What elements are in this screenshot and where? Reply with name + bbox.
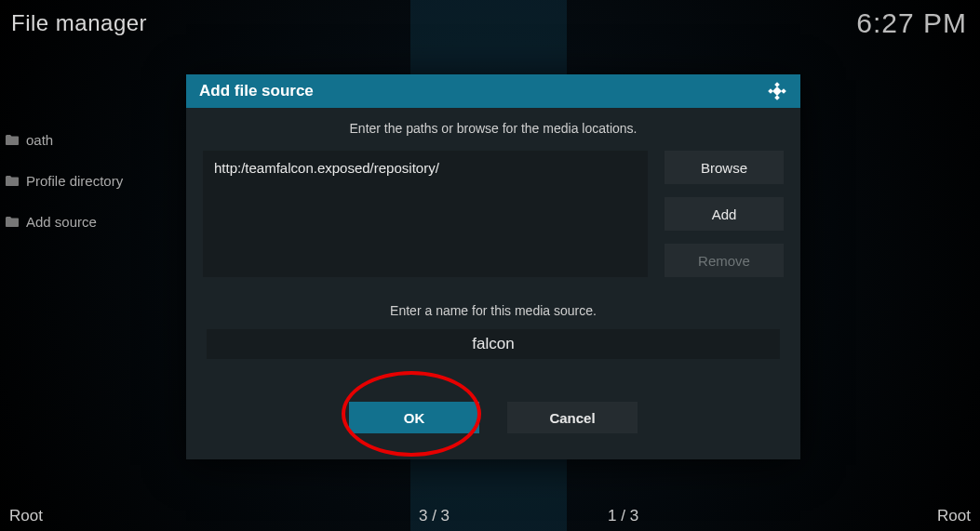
path-value: http:/teamfalcon.exposed/repository/ — [214, 160, 439, 176]
ok-button[interactable]: OK — [349, 402, 479, 433]
footer-right-root: Root — [937, 507, 971, 525]
svg-rect-3 — [781, 88, 786, 94]
sidebar-item-label: Profile directory — [26, 173, 123, 189]
folder-icon — [6, 217, 19, 227]
name-hint-text: Enter a name for this media source. — [203, 303, 784, 318]
remove-button: Remove — [665, 244, 784, 277]
svg-rect-4 — [772, 86, 782, 96]
sidebar-item-label: Add source — [26, 214, 97, 230]
clock: 6:27 PM — [856, 7, 967, 39]
dialog-title: Add file source — [199, 82, 314, 100]
paths-hint-text: Enter the paths or browse for the media … — [203, 121, 784, 136]
source-name-value: falcon — [472, 335, 514, 353]
sidebar-item-profile-directory[interactable]: Profile directory — [0, 160, 168, 201]
sidebar-item-add-source[interactable]: Add source — [0, 201, 168, 242]
dialog-actions: OK Cancel — [203, 402, 784, 433]
footer-left-root: Root — [9, 507, 363, 525]
sidebar-item-label: oath — [26, 132, 53, 148]
add-file-source-dialog: Add file source Enter the paths or brows… — [186, 74, 800, 459]
kodi-logo-icon — [767, 81, 787, 101]
sidebar: oath Profile directory Add source — [0, 119, 168, 242]
cancel-button[interactable]: Cancel — [507, 402, 638, 433]
sidebar-item-oath[interactable]: oath — [0, 119, 168, 160]
page-title: File manager — [11, 10, 147, 36]
footer: Root 3 / 3 1 / 3 Root — [9, 507, 971, 525]
svg-rect-2 — [768, 88, 773, 94]
svg-rect-1 — [774, 95, 780, 100]
path-input[interactable]: http:/teamfalcon.exposed/repository/ — [203, 151, 648, 277]
dialog-titlebar: Add file source — [186, 74, 800, 108]
footer-count-right: 1 / 3 — [608, 507, 638, 525]
dialog-body: Enter the paths or browse for the media … — [186, 108, 800, 459]
svg-rect-0 — [774, 82, 780, 87]
add-button[interactable]: Add — [665, 197, 784, 231]
footer-count-left: 3 / 3 — [419, 507, 450, 525]
folder-icon — [6, 176, 19, 186]
folder-icon — [6, 135, 19, 145]
header: File manager 6:27 PM — [11, 7, 967, 39]
browse-button[interactable]: Browse — [665, 151, 784, 184]
source-name-input[interactable]: falcon — [207, 329, 780, 359]
